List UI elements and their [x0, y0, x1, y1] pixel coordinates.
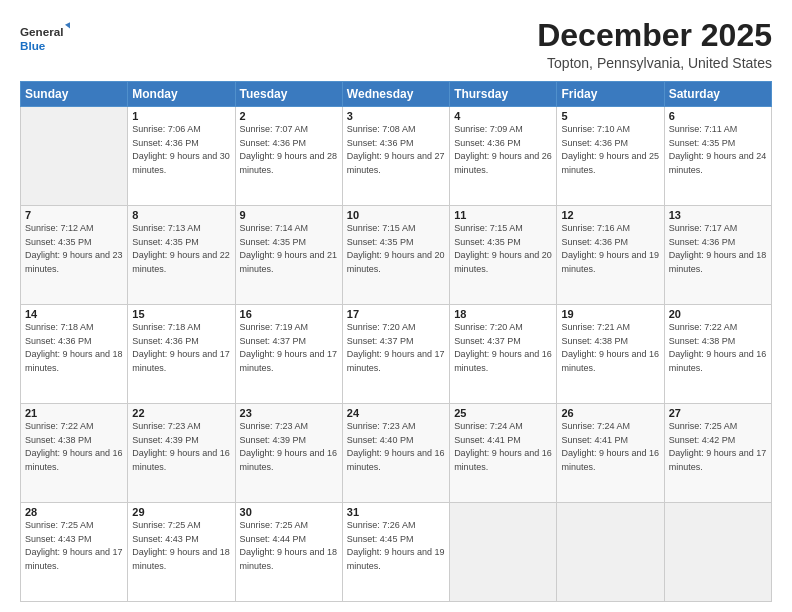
table-cell: 17 Sunrise: 7:20 AMSunset: 4:37 PMDaylig…	[342, 305, 449, 404]
weekday-header-sunday: Sunday	[21, 82, 128, 107]
svg-text:General: General	[20, 25, 63, 38]
table-cell: 6 Sunrise: 7:11 AMSunset: 4:35 PMDayligh…	[664, 107, 771, 206]
logo-svg: General Blue	[20, 18, 70, 58]
day-info: Sunrise: 7:19 AMSunset: 4:37 PMDaylight:…	[240, 322, 338, 373]
day-number: 23	[240, 407, 338, 419]
table-cell: 19 Sunrise: 7:21 AMSunset: 4:38 PMDaylig…	[557, 305, 664, 404]
day-info: Sunrise: 7:26 AMSunset: 4:45 PMDaylight:…	[347, 520, 445, 571]
table-cell: 3 Sunrise: 7:08 AMSunset: 4:36 PMDayligh…	[342, 107, 449, 206]
table-cell: 25 Sunrise: 7:24 AMSunset: 4:41 PMDaylig…	[450, 404, 557, 503]
subtitle: Topton, Pennsylvania, United States	[537, 55, 772, 71]
day-info: Sunrise: 7:25 AMSunset: 4:42 PMDaylight:…	[669, 421, 767, 472]
day-number: 7	[25, 209, 123, 221]
logo: General Blue	[20, 18, 70, 58]
day-number: 5	[561, 110, 659, 122]
day-number: 31	[347, 506, 445, 518]
table-cell	[664, 503, 771, 602]
day-info: Sunrise: 7:24 AMSunset: 4:41 PMDaylight:…	[561, 421, 659, 472]
weekday-header-thursday: Thursday	[450, 82, 557, 107]
table-cell: 11 Sunrise: 7:15 AMSunset: 4:35 PMDaylig…	[450, 206, 557, 305]
day-info: Sunrise: 7:14 AMSunset: 4:35 PMDaylight:…	[240, 223, 338, 274]
calendar-table: SundayMondayTuesdayWednesdayThursdayFrid…	[20, 81, 772, 602]
title-block: December 2025 Topton, Pennsylvania, Unit…	[537, 18, 772, 71]
day-info: Sunrise: 7:25 AMSunset: 4:43 PMDaylight:…	[25, 520, 123, 571]
day-number: 25	[454, 407, 552, 419]
day-info: Sunrise: 7:16 AMSunset: 4:36 PMDaylight:…	[561, 223, 659, 274]
day-info: Sunrise: 7:22 AMSunset: 4:38 PMDaylight:…	[25, 421, 123, 472]
table-cell: 8 Sunrise: 7:13 AMSunset: 4:35 PMDayligh…	[128, 206, 235, 305]
day-number: 30	[240, 506, 338, 518]
day-number: 29	[132, 506, 230, 518]
day-info: Sunrise: 7:12 AMSunset: 4:35 PMDaylight:…	[25, 223, 123, 274]
weekday-header-saturday: Saturday	[664, 82, 771, 107]
table-cell: 29 Sunrise: 7:25 AMSunset: 4:43 PMDaylig…	[128, 503, 235, 602]
day-number: 26	[561, 407, 659, 419]
day-info: Sunrise: 7:11 AMSunset: 4:35 PMDaylight:…	[669, 124, 767, 175]
day-info: Sunrise: 7:13 AMSunset: 4:35 PMDaylight:…	[132, 223, 230, 274]
day-info: Sunrise: 7:15 AMSunset: 4:35 PMDaylight:…	[454, 223, 552, 274]
day-info: Sunrise: 7:21 AMSunset: 4:38 PMDaylight:…	[561, 322, 659, 373]
day-info: Sunrise: 7:18 AMSunset: 4:36 PMDaylight:…	[25, 322, 123, 373]
day-number: 13	[669, 209, 767, 221]
day-number: 10	[347, 209, 445, 221]
table-cell: 14 Sunrise: 7:18 AMSunset: 4:36 PMDaylig…	[21, 305, 128, 404]
day-info: Sunrise: 7:06 AMSunset: 4:36 PMDaylight:…	[132, 124, 230, 175]
table-cell: 28 Sunrise: 7:25 AMSunset: 4:43 PMDaylig…	[21, 503, 128, 602]
weekday-header-wednesday: Wednesday	[342, 82, 449, 107]
day-info: Sunrise: 7:15 AMSunset: 4:35 PMDaylight:…	[347, 223, 445, 274]
table-cell: 20 Sunrise: 7:22 AMSunset: 4:38 PMDaylig…	[664, 305, 771, 404]
table-cell: 24 Sunrise: 7:23 AMSunset: 4:40 PMDaylig…	[342, 404, 449, 503]
day-number: 14	[25, 308, 123, 320]
day-number: 24	[347, 407, 445, 419]
table-cell: 30 Sunrise: 7:25 AMSunset: 4:44 PMDaylig…	[235, 503, 342, 602]
day-info: Sunrise: 7:22 AMSunset: 4:38 PMDaylight:…	[669, 322, 767, 373]
day-number: 27	[669, 407, 767, 419]
day-number: 1	[132, 110, 230, 122]
day-info: Sunrise: 7:17 AMSunset: 4:36 PMDaylight:…	[669, 223, 767, 274]
table-cell: 12 Sunrise: 7:16 AMSunset: 4:36 PMDaylig…	[557, 206, 664, 305]
table-cell: 10 Sunrise: 7:15 AMSunset: 4:35 PMDaylig…	[342, 206, 449, 305]
day-number: 12	[561, 209, 659, 221]
day-info: Sunrise: 7:23 AMSunset: 4:39 PMDaylight:…	[132, 421, 230, 472]
day-number: 6	[669, 110, 767, 122]
table-cell	[450, 503, 557, 602]
table-cell: 13 Sunrise: 7:17 AMSunset: 4:36 PMDaylig…	[664, 206, 771, 305]
day-number: 18	[454, 308, 552, 320]
day-info: Sunrise: 7:09 AMSunset: 4:36 PMDaylight:…	[454, 124, 552, 175]
day-number: 21	[25, 407, 123, 419]
table-cell: 23 Sunrise: 7:23 AMSunset: 4:39 PMDaylig…	[235, 404, 342, 503]
page: General Blue December 2025 Topton, Penns…	[0, 0, 792, 612]
day-number: 9	[240, 209, 338, 221]
main-title: December 2025	[537, 18, 772, 53]
day-number: 19	[561, 308, 659, 320]
table-cell: 18 Sunrise: 7:20 AMSunset: 4:37 PMDaylig…	[450, 305, 557, 404]
day-info: Sunrise: 7:20 AMSunset: 4:37 PMDaylight:…	[454, 322, 552, 373]
table-cell: 2 Sunrise: 7:07 AMSunset: 4:36 PMDayligh…	[235, 107, 342, 206]
table-cell: 15 Sunrise: 7:18 AMSunset: 4:36 PMDaylig…	[128, 305, 235, 404]
table-cell: 4 Sunrise: 7:09 AMSunset: 4:36 PMDayligh…	[450, 107, 557, 206]
day-number: 3	[347, 110, 445, 122]
day-number: 20	[669, 308, 767, 320]
day-info: Sunrise: 7:20 AMSunset: 4:37 PMDaylight:…	[347, 322, 445, 373]
table-cell: 9 Sunrise: 7:14 AMSunset: 4:35 PMDayligh…	[235, 206, 342, 305]
svg-marker-2	[65, 21, 70, 29]
table-cell	[557, 503, 664, 602]
day-info: Sunrise: 7:08 AMSunset: 4:36 PMDaylight:…	[347, 124, 445, 175]
table-cell: 16 Sunrise: 7:19 AMSunset: 4:37 PMDaylig…	[235, 305, 342, 404]
table-cell: 22 Sunrise: 7:23 AMSunset: 4:39 PMDaylig…	[128, 404, 235, 503]
day-number: 8	[132, 209, 230, 221]
weekday-header-friday: Friday	[557, 82, 664, 107]
table-cell	[21, 107, 128, 206]
day-number: 4	[454, 110, 552, 122]
day-info: Sunrise: 7:24 AMSunset: 4:41 PMDaylight:…	[454, 421, 552, 472]
table-cell: 7 Sunrise: 7:12 AMSunset: 4:35 PMDayligh…	[21, 206, 128, 305]
day-number: 22	[132, 407, 230, 419]
table-cell: 21 Sunrise: 7:22 AMSunset: 4:38 PMDaylig…	[21, 404, 128, 503]
day-number: 28	[25, 506, 123, 518]
day-info: Sunrise: 7:23 AMSunset: 4:39 PMDaylight:…	[240, 421, 338, 472]
table-cell: 1 Sunrise: 7:06 AMSunset: 4:36 PMDayligh…	[128, 107, 235, 206]
day-number: 2	[240, 110, 338, 122]
table-cell: 5 Sunrise: 7:10 AMSunset: 4:36 PMDayligh…	[557, 107, 664, 206]
svg-text:Blue: Blue	[20, 39, 46, 52]
day-info: Sunrise: 7:07 AMSunset: 4:36 PMDaylight:…	[240, 124, 338, 175]
